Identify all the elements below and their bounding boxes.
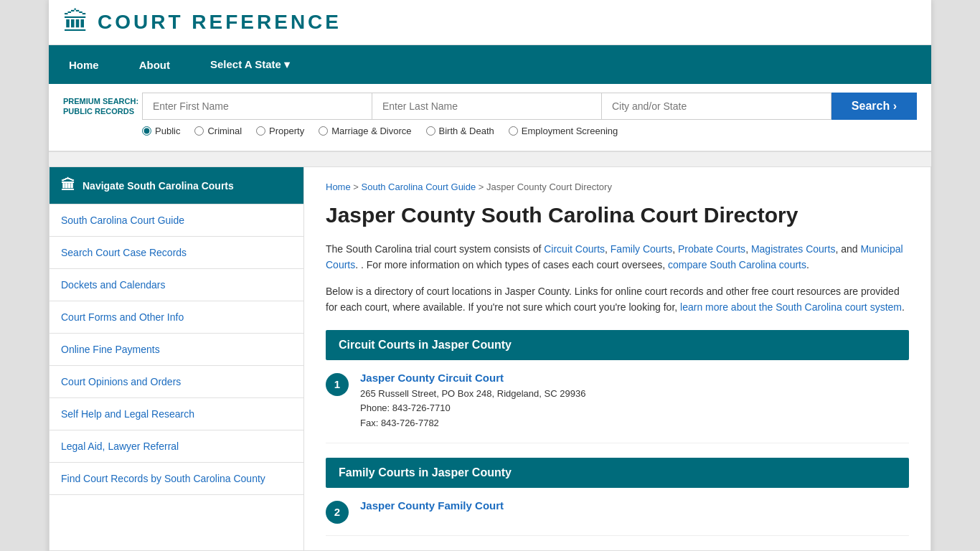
- sidebar-item-navigate[interactable]: 🏛 Navigate South Carolina Courts: [50, 167, 303, 204]
- premium-label: PREMIUM SEARCH: PUBLIC RECORDS: [63, 96, 142, 117]
- city-state-input[interactable]: [601, 93, 831, 120]
- sidebar-navigate-label: Navigate South Carolina Courts: [83, 180, 234, 192]
- link-compare-courts[interactable]: compare South Carolina courts: [668, 259, 806, 270]
- sidebar-item-dockets[interactable]: Dockets and Calendars: [50, 269, 303, 301]
- main-nav: Home About Select A State ▾: [49, 45, 931, 84]
- nav-about[interactable]: About: [119, 45, 190, 84]
- radio-marriage[interactable]: Marriage & Divorce: [319, 126, 411, 136]
- link-circuit-courts[interactable]: Circuit Courts: [544, 243, 605, 255]
- navigate-icon: 🏛: [61, 177, 75, 194]
- body-paragraph-1: The South Carolina trial court system co…: [326, 241, 909, 273]
- family-courts-header: Family Courts in Jasper County: [326, 458, 909, 488]
- nav-home[interactable]: Home: [49, 45, 119, 84]
- sidebar: 🏛 Navigate South Carolina Courts South C…: [50, 167, 304, 550]
- court-name-2[interactable]: Jasper County Family Court: [360, 499, 909, 512]
- sidebar-item-county-records[interactable]: Find Court Records by South Carolina Cou…: [50, 463, 303, 495]
- court-number-1: 1: [326, 373, 349, 396]
- radio-birth[interactable]: Birth & Death: [426, 126, 494, 136]
- sidebar-item-legal-aid[interactable]: Legal Aid, Lawyer Referral: [50, 430, 303, 463]
- court-name-1[interactable]: Jasper County Circuit Court: [360, 372, 909, 384]
- nav-select-state[interactable]: Select A State ▾: [190, 45, 310, 84]
- sidebar-item-opinions[interactable]: Court Opinions and Orders: [50, 366, 303, 398]
- circuit-courts-header: Circuit Courts in Jasper County: [326, 330, 909, 360]
- link-probate-courts[interactable]: Probate Courts: [678, 243, 745, 255]
- sidebar-item-self-help[interactable]: Self Help and Legal Research: [50, 398, 303, 430]
- search-radio-group: Public Criminal Property Marriage & Divo…: [63, 120, 917, 142]
- court-info-2: Jasper County Family Court: [360, 499, 909, 514]
- radio-property[interactable]: Property: [256, 126, 304, 136]
- sidebar-item-court-guide[interactable]: South Carolina Court Guide: [50, 204, 303, 237]
- link-family-courts[interactable]: Family Courts: [611, 243, 672, 255]
- link-magistrates-courts[interactable]: Magistrates Courts: [751, 243, 835, 255]
- breadcrumb: Home > South Carolina Court Guide > Jasp…: [326, 182, 909, 192]
- court-card-2: 2 Jasper County Family Court: [326, 488, 909, 536]
- court-address-1: 265 Russell Street, PO Box 248, Ridgelan…: [360, 387, 909, 431]
- sidebar-item-case-records[interactable]: Search Court Case Records: [50, 237, 303, 269]
- sidebar-item-court-forms[interactable]: Court Forms and Other Info: [50, 301, 303, 334]
- body-paragraph-2: Below is a directory of court locations …: [326, 283, 909, 316]
- radio-criminal[interactable]: Criminal: [194, 126, 242, 136]
- site-header: 🏛 COURT REFERENCE: [49, 0, 931, 45]
- breadcrumb-current: Jasper County Court Directory: [486, 182, 612, 192]
- last-name-input[interactable]: [372, 93, 601, 120]
- search-section: PREMIUM SEARCH: PUBLIC RECORDS Search › …: [49, 84, 931, 152]
- court-info-1: Jasper County Circuit Court 265 Russell …: [360, 372, 909, 431]
- court-card-1: 1 Jasper County Circuit Court 265 Russel…: [326, 360, 909, 443]
- breadcrumb-state[interactable]: South Carolina Court Guide: [362, 182, 476, 192]
- link-learn-more[interactable]: learn more about the South Carolina cour…: [680, 301, 902, 313]
- page-title: Jasper County South Carolina Court Direc…: [326, 202, 909, 228]
- logo-icon: 🏛: [63, 7, 89, 37]
- first-name-input[interactable]: [142, 93, 372, 120]
- breadcrumb-home[interactable]: Home: [326, 182, 351, 192]
- logo-text: COURT REFERENCE: [98, 11, 341, 34]
- radio-public[interactable]: Public: [142, 126, 180, 136]
- main-content: Home > South Carolina Court Guide > Jasp…: [304, 167, 930, 550]
- court-number-2: 2: [326, 501, 349, 524]
- sidebar-item-fine-payments[interactable]: Online Fine Payments: [50, 334, 303, 366]
- search-button[interactable]: Search ›: [831, 93, 917, 120]
- radio-employment[interactable]: Employment Screening: [509, 126, 618, 136]
